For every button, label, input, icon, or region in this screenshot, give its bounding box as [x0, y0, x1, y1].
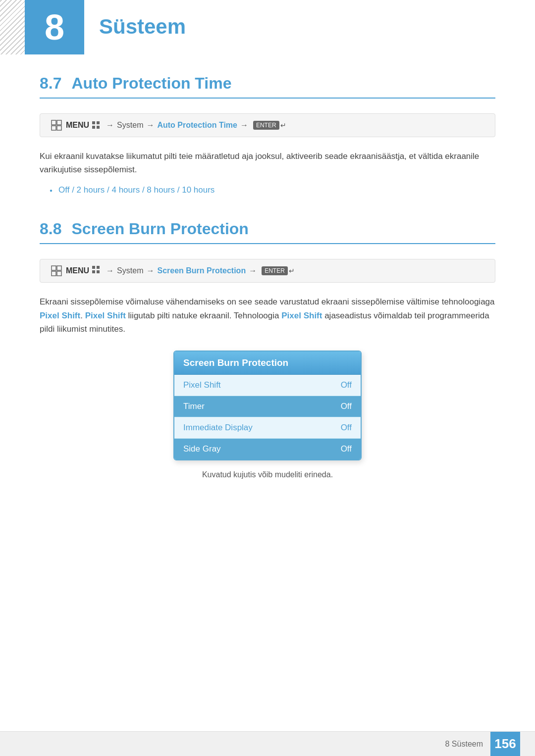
page-footer: 8 Süsteem 156 — [0, 731, 535, 756]
pixel-shift-ref-1: Pixel Shift — [40, 311, 80, 320]
sbp-label-timer: Timer — [183, 402, 205, 411]
svg-rect-5 — [97, 121, 100, 124]
svg-rect-14 — [92, 270, 95, 273]
sbp-value-side-gray: Off — [341, 444, 352, 454]
menu-grid-dots — [92, 121, 101, 130]
sbp-value-immediate-display: Off — [341, 423, 352, 433]
section-88-body: Ekraani sissepõlemise võimaluse vähendam… — [40, 295, 495, 336]
arrow1-87: → — [106, 121, 114, 130]
page-number: 156 — [490, 732, 520, 756]
system-87: System — [117, 121, 143, 130]
section-88: 8.8 Screen Burn Protection MENU — [40, 220, 495, 479]
arrow3-88: → — [249, 266, 257, 275]
sbp-value-timer: Off — [341, 402, 352, 411]
sbp-row-immediate-display[interactable]: Immediate Display Off — [174, 417, 361, 439]
sbp-row-timer[interactable]: Timer Off — [174, 396, 361, 417]
arrow2-87: → — [146, 121, 154, 130]
diagonal-decoration — [0, 0, 25, 54]
sbp-value-pixel-shift: Off — [341, 380, 352, 390]
body-text-2: . — [80, 311, 85, 320]
section-88-menu-path: MENU → System → Screen Burn Protection →… — [40, 259, 495, 283]
body-text-1: Ekraani sissepõlemise võimaluse vähendam… — [40, 297, 495, 306]
enter-arrow-87: ↵ — [280, 121, 286, 129]
sbp-menu: Screen Burn Protection Pixel Shift Off T… — [173, 351, 362, 460]
section-88-title: Screen Burn Protection — [71, 220, 248, 238]
arrow1-88: → — [106, 266, 114, 275]
svg-rect-2 — [52, 126, 56, 130]
menu-word-88: MENU — [66, 266, 89, 275]
arrow2-88: → — [146, 266, 154, 275]
pixel-shift-ref-3: Pixel Shift — [281, 311, 322, 320]
menu-icon-88 — [50, 264, 63, 277]
enter-87: ENTER — [253, 121, 279, 130]
chapter-number-box: 8 — [25, 0, 84, 54]
feature-87: Auto Protection Time — [157, 121, 237, 130]
sbp-caption: Kuvatud kujutis võib mudeliti erineda. — [40, 470, 495, 479]
svg-rect-13 — [97, 266, 100, 269]
footer-label: 8 Süsteem — [445, 740, 483, 749]
sbp-label-pixel-shift: Pixel Shift — [183, 380, 221, 390]
system-88: System — [117, 266, 143, 275]
section-87-body: Kui ekraanil kuvatakse liikumatut pilti … — [40, 150, 495, 176]
arrow3-87: → — [240, 121, 248, 130]
svg-rect-0 — [52, 120, 56, 125]
sbp-menu-container: Screen Burn Protection Pixel Shift Off T… — [40, 351, 495, 460]
chapter-title: Süsteem — [84, 0, 186, 54]
section-87: 8.7 Auto Protection Time MENU — [40, 74, 495, 195]
section-88-heading: 8.8 Screen Burn Protection — [40, 220, 495, 244]
sbp-row-pixel-shift[interactable]: Pixel Shift Off — [174, 375, 361, 396]
bullet-text-87: Off / 2 hours / 4 hours / 8 hours / 10 h… — [58, 185, 214, 195]
pixel-shift-ref-2: Pixel Shift — [85, 311, 126, 320]
svg-rect-10 — [52, 271, 56, 276]
section-87-heading: 8.7 Auto Protection Time — [40, 74, 495, 99]
body-text-3: liigutab pilti natuke ekraanil. Tehnoloo… — [126, 311, 281, 320]
enter-88: ENTER — [262, 266, 288, 275]
svg-rect-4 — [92, 121, 95, 124]
enter-arrow-88: ↵ — [289, 267, 295, 275]
page-content: 8.7 Auto Protection Time MENU — [0, 59, 535, 544]
menu-icon — [50, 119, 63, 132]
menu-word-87: MENU — [66, 121, 89, 130]
svg-rect-6 — [92, 126, 95, 129]
svg-rect-9 — [57, 266, 61, 270]
svg-rect-3 — [57, 126, 61, 130]
section-87-number: 8.7 — [40, 74, 61, 93]
chapter-number: 8 — [45, 7, 64, 48]
svg-rect-11 — [57, 271, 61, 276]
svg-rect-12 — [92, 266, 95, 269]
sbp-label-immediate-display: Immediate Display — [183, 423, 253, 433]
svg-rect-15 — [97, 270, 100, 273]
svg-rect-7 — [97, 126, 100, 129]
svg-rect-1 — [57, 120, 61, 125]
sbp-row-side-gray[interactable]: Side Gray Off — [174, 439, 361, 459]
menu-grid-dots-88 — [92, 265, 101, 276]
sbp-label-side-gray: Side Gray — [183, 444, 221, 454]
bullet-dot: ● — [50, 188, 53, 193]
page-header: 8 Süsteem — [0, 0, 535, 54]
section-87-bullets: ● Off / 2 hours / 4 hours / 8 hours / 10… — [50, 185, 495, 195]
bullet-item-87: ● Off / 2 hours / 4 hours / 8 hours / 10… — [50, 185, 495, 195]
section-87-menu-path: MENU → System → Auto Protection Time → E… — [40, 113, 495, 137]
feature-88: Screen Burn Protection — [157, 266, 246, 275]
section-87-title: Auto Protection Time — [71, 74, 231, 93]
sbp-menu-header: Screen Burn Protection — [174, 352, 361, 375]
section-88-number: 8.8 — [40, 220, 61, 238]
svg-rect-8 — [52, 266, 56, 270]
